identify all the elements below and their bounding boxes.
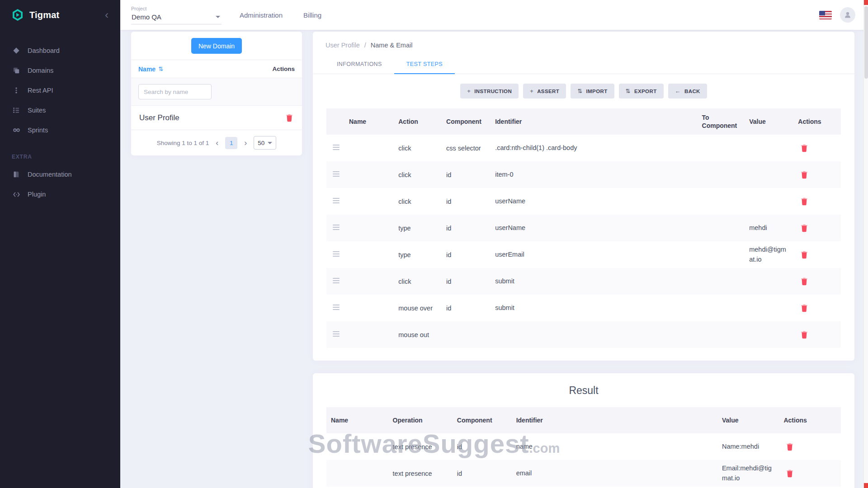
result-row: text presence id name Name:mehdi (326, 433, 841, 460)
import-button[interactable]: ⇅ IMPORT (571, 84, 614, 99)
sidebar-item-domains[interactable]: Domains (0, 61, 120, 80)
trash-icon (786, 469, 793, 478)
step-component: id (442, 295, 491, 321)
sidebar-item-suites[interactable]: Suites (0, 100, 120, 120)
page-size-select[interactable]: 50 (254, 136, 276, 150)
pagination-prev-button[interactable]: ‹ (214, 139, 220, 147)
scrollbar-up-arrow[interactable] (864, 0, 868, 5)
step-identifier: userName (491, 215, 697, 241)
delete-step-button[interactable] (798, 222, 811, 234)
step-row: mouse over id submit (326, 295, 841, 321)
delete-domain-button[interactable] (283, 112, 296, 124)
step-value (745, 295, 793, 321)
nav-link-administration[interactable]: Administration (240, 11, 283, 19)
step-action: mouse over (394, 295, 442, 321)
step-value (745, 161, 793, 188)
trash-icon (286, 114, 293, 122)
page-scrollbar[interactable] (863, 0, 868, 488)
sidebar-item-sprints[interactable]: Sprints (0, 120, 120, 140)
delete-step-button[interactable] (798, 276, 811, 287)
sidebar-item-plugin[interactable]: Plugin (0, 184, 120, 204)
sprints-icon (12, 127, 21, 134)
project-select-label: Project (131, 6, 222, 11)
domains-table-header: Name ⇅ Actions (131, 60, 302, 78)
step-component: id (442, 188, 491, 215)
drag-handle-icon[interactable] (333, 143, 340, 151)
tab-informations[interactable]: INFORMATIONS (325, 56, 394, 74)
sidebar-collapse-button[interactable]: ‹ (102, 9, 111, 20)
sidebar-section-extra: EXTRA (0, 140, 120, 164)
instruction-button-label: INSTRUCTION (474, 89, 512, 94)
result-name (326, 433, 388, 460)
sidebar-nav: Dashboard Domains Rest API Suites (0, 30, 120, 204)
delete-step-button[interactable] (798, 196, 811, 207)
delete-step-button[interactable] (798, 142, 811, 154)
trash-icon (786, 443, 793, 451)
pagination-next-button[interactable]: › (243, 139, 248, 147)
value-header: Value (745, 108, 793, 135)
result-card: Result Name Operation Component Identifi… (313, 373, 854, 488)
main-column: Project Demo QA Administration Billing (120, 0, 868, 488)
action-header: Action (394, 108, 442, 135)
drag-handle-icon[interactable] (333, 197, 340, 205)
step-value: mehdi (745, 215, 793, 241)
delete-step-button[interactable] (798, 169, 811, 181)
step-action: mouse out (394, 321, 442, 348)
result-table: Name Operation Component Identifier Valu… (326, 407, 841, 487)
user-avatar[interactable] (840, 7, 855, 23)
project-select[interactable]: Project Demo QA (131, 6, 222, 24)
result-name (326, 460, 388, 487)
language-flag-button[interactable] (819, 11, 832, 19)
sidebar-item-rest-api[interactable]: Rest API (0, 80, 120, 100)
step-row: type id userEmail mehdi@tigmat.io (326, 241, 841, 268)
drag-handle-icon[interactable] (333, 277, 340, 285)
sidebar-item-documentation[interactable]: Documentation (0, 164, 120, 184)
assert-button[interactable]: + ASSERT (523, 84, 566, 99)
nav-link-billing[interactable]: Billing (303, 11, 321, 19)
step-component: id (442, 268, 491, 295)
delete-step-button[interactable] (798, 302, 811, 314)
delete-result-button[interactable] (783, 468, 796, 479)
drag-handle-icon[interactable] (333, 330, 340, 338)
dashboard-icon (12, 47, 21, 54)
new-domain-button[interactable]: New Domain (191, 38, 242, 54)
name-column-sort[interactable]: Name ⇅ (138, 66, 163, 73)
tab-test-steps[interactable]: TEST STEPS (394, 56, 455, 74)
drag-handle-icon[interactable] (333, 303, 340, 311)
search-input[interactable] (138, 84, 212, 99)
sidebar-item-dashboard[interactable]: Dashboard (0, 41, 120, 61)
step-name (344, 295, 394, 321)
instruction-button[interactable]: + INSTRUCTION (460, 84, 519, 99)
result-identifier-header: Identifier (512, 407, 717, 433)
domains-search-row (131, 78, 302, 106)
delete-step-button[interactable] (798, 249, 811, 261)
drag-handle-icon[interactable] (333, 250, 340, 258)
step-value: mehdi@tigmat.io (745, 241, 793, 268)
trash-icon (801, 277, 808, 286)
delete-step-button[interactable] (798, 329, 811, 341)
pagination-page-1-button[interactable]: 1 (225, 137, 237, 149)
sidebar-item-label: Plugin (28, 191, 46, 198)
drag-handle-icon[interactable] (333, 223, 340, 231)
drag-handle-icon[interactable] (333, 170, 340, 178)
domain-name-link[interactable]: User Profile (139, 113, 179, 122)
scrollbar-down-arrow[interactable] (864, 483, 868, 488)
scrollbar-thumb[interactable] (864, 6, 868, 79)
export-button-label: EXPORT (634, 89, 657, 94)
breadcrumb-user-profile[interactable]: User Profile (326, 42, 360, 49)
step-row: click id item-0 (326, 161, 841, 188)
back-button[interactable]: ← BACK (668, 84, 707, 99)
pagination-summary: Showing 1 to 1 of 1 (157, 140, 209, 146)
export-button[interactable]: ⇅ EXPORT (619, 84, 664, 99)
step-action: type (394, 241, 442, 268)
step-component: id (442, 161, 491, 188)
step-identifier: .card:nth-child(1) .card-body (491, 135, 697, 161)
import-button-label: IMPORT (586, 89, 607, 94)
tigmat-logo-icon (11, 8, 24, 22)
result-value: Email:mehdi@tigmat.io (717, 460, 779, 487)
result-operation-header: Operation (388, 407, 453, 433)
topbar: Project Demo QA Administration Billing (120, 0, 868, 30)
delete-result-button[interactable] (783, 441, 796, 453)
step-name (344, 215, 394, 241)
trash-icon (801, 171, 808, 179)
